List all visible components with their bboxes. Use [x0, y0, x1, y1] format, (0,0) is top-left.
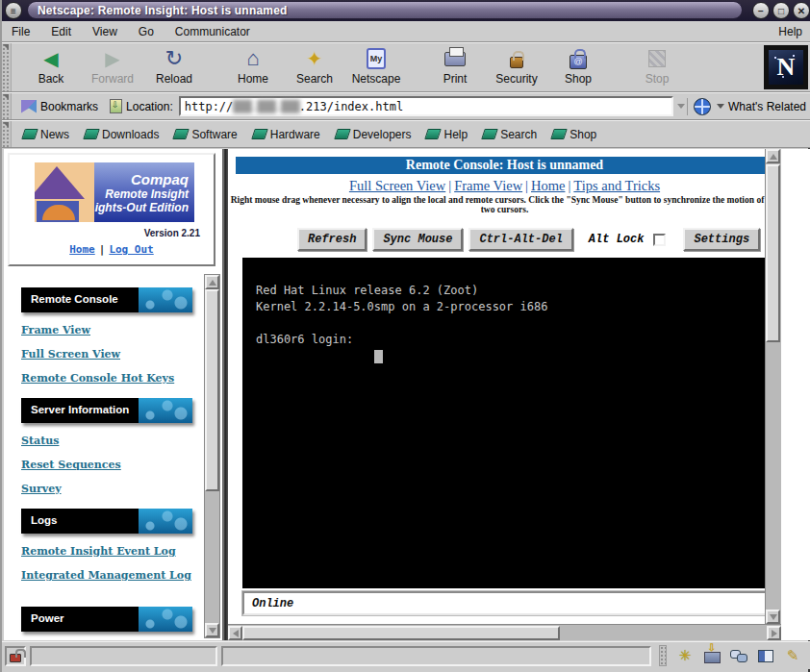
console-login-prompt: dl360r6 login:	[256, 332, 772, 348]
whats-related-button[interactable]: What's Related	[687, 98, 810, 115]
sidebar-item-reset-sequences[interactable]: Reset Sequences	[21, 459, 200, 471]
home-button[interactable]: ⌂ Home	[223, 45, 283, 89]
main-scroll-left-button[interactable]	[228, 626, 242, 640]
whats-related-caret-icon	[717, 104, 724, 109]
bookmarks-button[interactable]: Bookmarks	[15, 100, 104, 113]
composer-icon[interactable]: ✎	[784, 647, 801, 664]
main-scroll-down-button[interactable]	[766, 610, 780, 624]
component-bar: ✳ ✎	[655, 645, 809, 666]
ptb-search[interactable]: Search	[475, 128, 544, 141]
home-link[interactable]: Home	[69, 243, 95, 256]
link-frame-view[interactable]: Frame View	[454, 178, 522, 193]
link-tips-and-tricks[interactable]: Tips and Tricks	[573, 178, 660, 193]
url-history-dropdown[interactable]	[673, 96, 687, 116]
ptb-hardware-label: Hardware	[270, 128, 320, 141]
title-pill[interactable]: Netscape: Remote Insight: Host is unname…	[27, 1, 743, 19]
back-button[interactable]: ◀ Back	[21, 45, 81, 89]
maximize-button[interactable]: □	[772, 2, 790, 19]
netscape-button[interactable]: My Netscape	[346, 45, 406, 89]
remote-console-screen[interactable]: Red Hat Linux release 6.2 (Zoot)Kernel 2…	[242, 258, 772, 588]
compaq-banner: Compaq Remote Insight Lights-Out Edition	[35, 162, 194, 222]
settings-button[interactable]: Settings	[683, 228, 760, 251]
logout-link[interactable]: Log Out	[109, 243, 153, 256]
netscape-logo-button[interactable]: N	[764, 45, 808, 89]
reload-button[interactable]: ↻ Reload	[144, 45, 204, 89]
main-scrollbar-thumb[interactable]	[766, 164, 780, 342]
security-status-cell[interactable]	[5, 646, 26, 666]
section-header-power: Power	[21, 607, 192, 632]
link-full-screen-view[interactable]: Full Screen View	[349, 178, 445, 193]
close-icon: ✕	[797, 6, 805, 16]
search-button[interactable]: ✦ Search	[285, 45, 344, 89]
close-button[interactable]: ✕	[793, 2, 810, 19]
menu-communicator[interactable]: Communicator	[175, 25, 250, 38]
main-hscrollbar-thumb[interactable]	[242, 626, 560, 640]
menu-go[interactable]: Go	[139, 25, 154, 38]
sidebar-scrollbar-thumb[interactable]	[205, 289, 219, 491]
print-button[interactable]: Print	[425, 45, 485, 89]
ptb-help[interactable]: Help	[418, 128, 475, 141]
url-input[interactable]: http://███.███.███.213/index.html	[179, 96, 673, 116]
sidebar-item-survey[interactable]: Survey	[21, 483, 200, 495]
menu-view[interactable]: View	[92, 25, 117, 38]
sidebar-item-remote-insight-event-log[interactable]: Remote Insight Event Log	[21, 545, 200, 558]
sidebar-nav-scroll-area: Remote Console Frame View Full Screen Vi…	[4, 274, 200, 640]
location-toolbar-grip[interactable]	[2, 93, 12, 119]
forward-button: ▶ Forward	[83, 45, 142, 89]
ctrl-alt-del-button[interactable]: Ctrl-Alt-Del	[468, 228, 572, 251]
location-label-group[interactable]: Location:	[104, 99, 179, 113]
url-prefix: http://	[185, 100, 234, 113]
terminal-cursor	[374, 350, 383, 363]
print-label: Print	[443, 72, 468, 86]
ptb-downloads[interactable]: Downloads	[77, 128, 166, 141]
sidebar-item-status[interactable]: Status	[21, 435, 200, 447]
arrow-down-icon	[209, 628, 216, 634]
link-home[interactable]: Home	[531, 178, 565, 193]
sidebar-item-integrated-management-log[interactable]: Integrated Management Log	[21, 569, 200, 582]
alt-lock-checkbox[interactable]	[653, 234, 666, 246]
reload-icon: ↻	[165, 47, 183, 70]
main-horizontal-scrollbar[interactable]	[228, 624, 781, 640]
toolbar-grip[interactable]	[2, 43, 12, 91]
menu-file[interactable]: File	[12, 25, 30, 38]
ptb-news[interactable]: News	[15, 128, 77, 141]
ptb-software[interactable]: Software	[166, 128, 244, 141]
netscape-label: Netscape	[352, 72, 401, 86]
sidebar-item-remote-console-hot-keys[interactable]: Remote Console Hot Keys	[21, 372, 200, 385]
arrow-left-icon	[233, 630, 239, 637]
sidebar-scroll-down-button[interactable]	[205, 623, 219, 637]
minimize-icon: −	[758, 6, 764, 16]
refresh-button[interactable]: Refresh	[297, 228, 367, 251]
bookmark-flag-icon	[550, 129, 568, 139]
title-bar: ≡ Netscape: Remote Insight: Host is unna…	[2, 0, 810, 21]
address-book-icon[interactable]	[757, 647, 774, 664]
menu-edit[interactable]: Edit	[51, 25, 71, 38]
security-button[interactable]: Security	[487, 45, 546, 89]
ptb-shop[interactable]: Shop	[544, 128, 604, 141]
nav-separator: |	[448, 178, 451, 193]
url-suffix: .213/index.html	[299, 100, 403, 113]
mailbox-icon[interactable]	[703, 647, 721, 664]
personal-toolbar: News Downloads Software Hardware Develop…	[2, 120, 810, 148]
component-bar-grip[interactable]	[659, 645, 667, 666]
ptb-developers[interactable]: Developers	[328, 128, 419, 141]
sidebar-scroll-up-button[interactable]	[205, 275, 219, 289]
sidebar-scrollbar[interactable]	[204, 274, 220, 638]
navigator-icon[interactable]: ✳	[676, 647, 694, 664]
main-scroll-right-button[interactable]	[767, 626, 781, 640]
window-menu-button[interactable]: ≡	[5, 2, 22, 19]
sync-mouse-button[interactable]: Sync Mouse	[372, 228, 463, 251]
sidebar-item-full-screen-view[interactable]: Full Screen View	[21, 348, 200, 361]
ptb-help-label: Help	[443, 128, 468, 141]
personal-toolbar-grip[interactable]	[2, 121, 12, 147]
sidebar-item-frame-view[interactable]: Frame View	[21, 324, 200, 336]
minimize-button[interactable]: −	[752, 2, 770, 19]
main-scroll-up-button[interactable]	[766, 149, 780, 163]
shopping-bag-icon: @	[570, 47, 587, 70]
discussions-icon[interactable]	[730, 647, 747, 664]
ptb-hardware[interactable]: Hardware	[245, 128, 328, 141]
main-vertical-scrollbar[interactable]	[765, 149, 781, 624]
navigation-toolbar: ◀ Back ▶ Forward ↻ Reload ⌂ Home ✦ Searc…	[2, 42, 810, 92]
shop-button[interactable]: @ Shop	[548, 45, 608, 89]
menu-help[interactable]: Help	[778, 25, 802, 38]
